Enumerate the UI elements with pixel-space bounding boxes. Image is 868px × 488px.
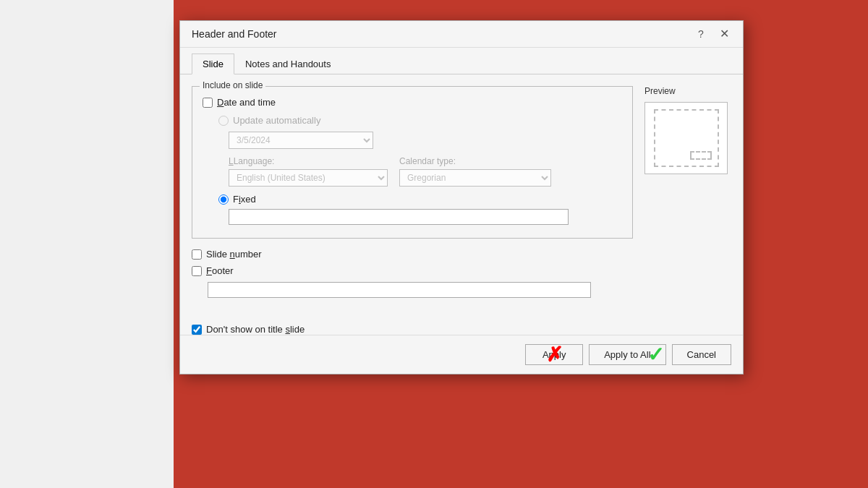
slide-number-row: Slide number: [192, 249, 633, 260]
close-button[interactable]: ✕: [717, 28, 731, 40]
update-auto-row: Update automatically: [218, 115, 622, 126]
cancel-button[interactable]: Cancel: [672, 344, 731, 365]
language-label: LLanguage:: [229, 156, 388, 166]
preview-box: Preview: [644, 86, 731, 301]
apply-to-all-button[interactable]: Apply to All ✓: [589, 344, 665, 365]
dialog-title: Header and Footer: [192, 28, 277, 40]
preview-corner-dashes: [690, 151, 712, 160]
titlebar-actions: ? ✕: [694, 28, 731, 40]
apply-button[interactable]: Apply ✗: [525, 344, 583, 365]
dont-show-checkbox[interactable]: [192, 325, 202, 335]
tab-slide[interactable]: Slide: [192, 53, 234, 74]
tab-notes-handouts[interactable]: Notes and Handouts: [234, 53, 342, 74]
dialog-body: Include on slide Date and time Update au…: [180, 74, 743, 312]
include-group: Include on slide Date and time Update au…: [192, 86, 633, 239]
dialog-left-panel: Include on slide Date and time Update au…: [192, 86, 633, 301]
dialog-footer: Apply ✗ Apply to All ✓ Cancel: [180, 335, 743, 374]
preview-title: Preview: [644, 86, 731, 96]
dialog-titlebar: Header and Footer ? ✕: [180, 21, 743, 48]
date-select-row: 3/5/2024: [229, 132, 622, 149]
include-group-label: Include on slide: [200, 80, 265, 90]
date-time-checkbox[interactable]: [203, 98, 213, 108]
calendar-group: Calendar type: Gregorian: [399, 156, 551, 187]
white-left-panel: [0, 0, 174, 488]
slide-number-checkbox[interactable]: [192, 249, 202, 260]
update-auto-radio[interactable]: [218, 116, 229, 126]
dont-show-row: Don't show on title slide: [180, 324, 743, 335]
update-auto-label: Update automatically: [233, 115, 320, 126]
footer-input-row: [208, 282, 633, 298]
footer-text-input[interactable]: [208, 282, 591, 298]
bottom-checkboxes: Slide number Footer: [192, 249, 633, 298]
calendar-label: Calendar type:: [399, 156, 551, 166]
date-dropdown[interactable]: 3/5/2024: [229, 132, 373, 149]
date-time-row: Date and time: [203, 97, 622, 108]
calendar-dropdown[interactable]: Gregorian: [399, 169, 551, 187]
footer-label: Footer: [206, 265, 234, 276]
fixed-radio[interactable]: [218, 194, 229, 205]
fixed-text-input[interactable]: [229, 209, 569, 225]
fixed-input-row: [229, 209, 622, 225]
preview-inner: [654, 109, 719, 167]
dont-show-label: Don't show on title slide: [206, 324, 305, 335]
lang-cal-row: LLanguage: English (United States) Calen…: [229, 156, 622, 187]
footer-row: Footer: [192, 265, 633, 276]
header-footer-dialog: Header and Footer ? ✕ Slide Notes and Ha…: [179, 20, 744, 374]
preview-slide: [644, 102, 728, 174]
footer-checkbox[interactable]: [192, 266, 202, 276]
dialog-tabs: Slide Notes and Handouts: [180, 48, 743, 74]
language-group: LLanguage: English (United States): [229, 156, 388, 187]
date-time-label: Date and time: [217, 97, 276, 108]
slide-number-label: Slide number: [206, 249, 262, 260]
fixed-label: Fixed: [233, 194, 256, 205]
help-icon[interactable]: ?: [694, 28, 708, 40]
fixed-radio-row: Fixed: [218, 194, 622, 205]
language-dropdown[interactable]: English (United States): [229, 169, 388, 187]
